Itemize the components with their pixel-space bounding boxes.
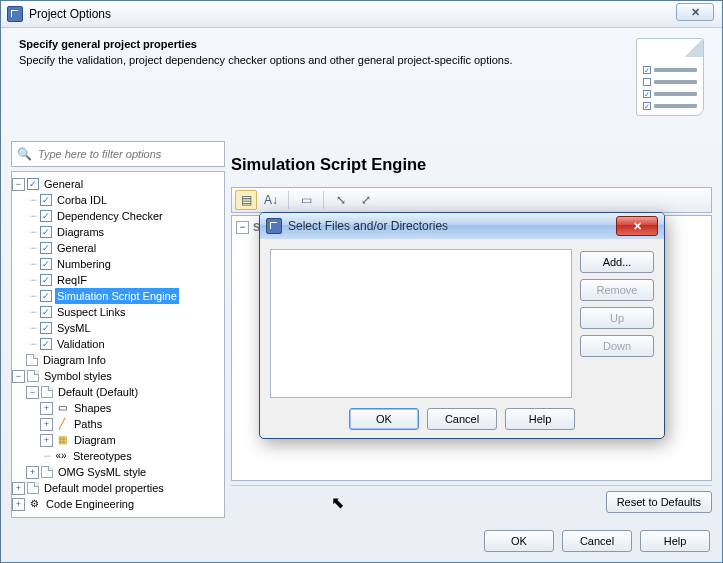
page-icon: [26, 354, 38, 366]
checkbox-icon[interactable]: ✓: [40, 226, 52, 238]
expand-icon[interactable]: +: [26, 466, 39, 479]
app-icon: [7, 6, 23, 22]
tree-node-simscript[interactable]: ┈✓Simulation Script Engine: [12, 288, 224, 304]
tree-node-corba[interactable]: ┈✓Corba IDL: [12, 192, 224, 208]
expand-icon[interactable]: +: [40, 418, 53, 431]
shapes-icon: ▭: [55, 402, 69, 414]
reset-to-defaults-button[interactable]: Reset to Defaults: [606, 491, 712, 513]
add-button[interactable]: Add...: [580, 251, 654, 273]
collapse-icon[interactable]: −: [12, 178, 25, 191]
checkbox-icon[interactable]: ✓: [40, 322, 52, 334]
modal-cancel-button[interactable]: Cancel: [427, 408, 497, 430]
close-icon: ✕: [633, 220, 642, 233]
tree-node-defmodel[interactable]: +Default model properties: [12, 480, 224, 496]
page-icon: [27, 370, 39, 382]
expand-icon[interactable]: +: [12, 482, 25, 495]
checkbox-icon[interactable]: ✓: [40, 242, 52, 254]
thumb-check-icon: ✓: [643, 66, 651, 74]
page-icon: [41, 386, 53, 398]
checkbox-icon[interactable]: ✓: [40, 338, 52, 350]
toolbar-row-button[interactable]: ▭: [295, 190, 317, 210]
filter-input[interactable]: [36, 147, 219, 161]
modal-close-button[interactable]: ✕: [616, 216, 658, 236]
tree-node-general2[interactable]: ┈✓General: [12, 240, 224, 256]
gear-icon: ⚙: [27, 498, 41, 510]
app-icon: [266, 218, 282, 234]
filter-box[interactable]: 🔍: [11, 141, 225, 167]
tree-node-validation[interactable]: ┈✓Validation: [12, 336, 224, 352]
project-options-window: Project Options ✕ Specify general projec…: [0, 0, 723, 563]
page-icon: [41, 466, 53, 478]
diagram-icon: ▦: [55, 434, 69, 446]
thumb-check-icon: ✓: [643, 90, 651, 98]
tree-node-general[interactable]: −✓General: [12, 176, 224, 192]
header-text: Specify general project properties Speci…: [19, 38, 636, 116]
toolbar-expand-button[interactable]: ⤡: [330, 190, 352, 210]
tree-node-numbering[interactable]: ┈✓Numbering: [12, 256, 224, 272]
modal-title: Select Files and/or Directories: [288, 219, 448, 233]
tree-node-stereotypes[interactable]: ┈«»Stereotypes: [12, 448, 224, 464]
ok-button[interactable]: OK: [484, 530, 554, 552]
search-icon: 🔍: [17, 147, 32, 161]
toolbar-categorized-button[interactable]: ▤: [235, 190, 257, 210]
page-icon: [27, 482, 39, 494]
reset-row: Reset to Defaults: [231, 485, 712, 518]
window-close-button[interactable]: ✕: [676, 3, 714, 21]
help-button[interactable]: Help: [640, 530, 710, 552]
remove-button[interactable]: Remove: [580, 279, 654, 301]
tree-node-codeeng[interactable]: +⚙Code Engineering: [12, 496, 224, 512]
thumb-check-icon: ✓: [643, 102, 651, 110]
checkbox-icon[interactable]: ✓: [40, 210, 52, 222]
tree-node-omg[interactable]: +OMG SysML style: [12, 464, 224, 480]
checkbox-icon[interactable]: ✓: [40, 290, 52, 302]
checkbox-icon[interactable]: ✓: [40, 194, 52, 206]
properties-toolbar: ▤ A↓ ▭ ⤡ ⤢: [231, 187, 712, 213]
select-files-dialog: Select Files and/or Directories ✕ Add...…: [259, 212, 665, 439]
up-button[interactable]: Up: [580, 307, 654, 329]
collapse-icon[interactable]: −: [26, 386, 39, 399]
window-title: Project Options: [29, 7, 111, 21]
tree-node-shapes[interactable]: +▭Shapes: [12, 400, 224, 416]
tree-node-default-style[interactable]: −Default (Default): [12, 384, 224, 400]
modal-titlebar: Select Files and/or Directories ✕: [260, 213, 664, 239]
modal-footer: OK Cancel Help: [260, 408, 664, 430]
tree-node-diagrams[interactable]: ┈✓Diagrams: [12, 224, 224, 240]
checkbox-icon[interactable]: ✓: [40, 258, 52, 270]
header: Specify general project properties Speci…: [1, 28, 722, 124]
modal-body: Add... Remove Up Down: [270, 249, 654, 398]
checkbox-icon[interactable]: ✓: [40, 274, 52, 286]
tree-node-depchk[interactable]: ┈✓Dependency Checker: [12, 208, 224, 224]
expand-icon[interactable]: +: [40, 402, 53, 415]
tree-node-suspect[interactable]: ┈✓Suspect Links: [12, 304, 224, 320]
tree-node-paths[interactable]: +╱Paths: [12, 416, 224, 432]
toolbar-collapse-button[interactable]: ⤢: [355, 190, 377, 210]
files-listbox[interactable]: [270, 249, 572, 398]
right-heading: Simulation Script Engine: [231, 155, 712, 174]
dialog-button-row: OK Cancel Help: [484, 530, 710, 552]
header-desc: Specify the validation, project dependen…: [19, 54, 636, 66]
collapse-icon[interactable]: −: [12, 370, 25, 383]
tree-node-reqif[interactable]: ┈✓ReqIF: [12, 272, 224, 288]
modal-help-button[interactable]: Help: [505, 408, 575, 430]
tree-node-diagram[interactable]: +▦Diagram: [12, 432, 224, 448]
tree-node-sysml[interactable]: ┈✓SysML: [12, 320, 224, 336]
modal-ok-button[interactable]: OK: [349, 408, 419, 430]
header-thumbnail: ✓ ✓ ✓: [636, 38, 704, 116]
close-icon: ✕: [691, 6, 700, 19]
checkbox-icon[interactable]: ✓: [27, 178, 39, 190]
left-panel: 🔍 −✓General ┈✓Corba IDL ┈✓Dependency Che…: [11, 141, 225, 518]
checkbox-icon[interactable]: ✓: [40, 306, 52, 318]
toolbar-alpha-button[interactable]: A↓: [260, 190, 282, 210]
tree-node-diagram-info[interactable]: Diagram Info: [12, 352, 224, 368]
down-button[interactable]: Down: [580, 335, 654, 357]
toolbar-divider: [288, 191, 289, 209]
cancel-button[interactable]: Cancel: [562, 530, 632, 552]
tree-node-symbol-styles[interactable]: −Symbol styles: [12, 368, 224, 384]
collapse-icon[interactable]: −: [236, 221, 249, 234]
modal-side-buttons: Add... Remove Up Down: [580, 249, 654, 398]
options-tree[interactable]: −✓General ┈✓Corba IDL ┈✓Dependency Check…: [11, 171, 225, 518]
expand-icon[interactable]: +: [40, 434, 53, 447]
paths-icon: ╱: [55, 418, 69, 430]
header-title: Specify general project properties: [19, 38, 636, 50]
expand-icon[interactable]: +: [12, 498, 25, 511]
